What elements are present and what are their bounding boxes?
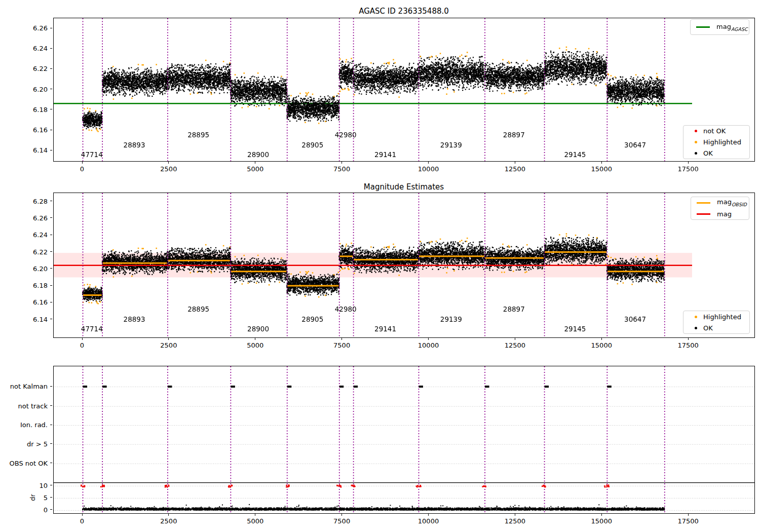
- x-tick-label: 2500: [160, 517, 177, 525]
- y-tick-mark: [50, 217, 52, 218]
- x-tick-mark: [601, 162, 602, 164]
- obsid-label: 29141: [374, 325, 396, 333]
- x-tick-label: 12500: [505, 165, 525, 173]
- top-plot-title: AGASC ID 236335488.0: [359, 7, 449, 16]
- black-dot-swatch: [695, 152, 697, 155]
- legend-item-highlighted: Highlighted: [683, 137, 749, 148]
- legend-top-points: not OK Highlighted OK: [683, 125, 750, 159]
- orange-line-swatch: [697, 202, 710, 204]
- x-tick-mark: [515, 514, 515, 516]
- x-tick-label: 10000: [418, 165, 439, 173]
- flag-row-tick-mark: [50, 463, 52, 463]
- x-tick-mark: [168, 514, 169, 516]
- middle-plot-canvas: [54, 193, 754, 337]
- legend-item-ok: OK: [683, 147, 749, 159]
- dr-tick-label: 0: [44, 506, 48, 513]
- x-tick-label: 15000: [591, 165, 612, 173]
- y-tick-label: 6.14: [33, 146, 48, 154]
- x-tick-mark: [82, 514, 83, 516]
- x-tick-mark: [168, 162, 169, 164]
- y-tick-mark: [50, 130, 52, 130]
- dr-tick-mark: [50, 509, 52, 510]
- y-tick-mark: [50, 28, 52, 28]
- y-tick-label: 6.16: [33, 126, 48, 134]
- orange-dot-swatch: [695, 141, 697, 143]
- y-tick-mark: [50, 285, 52, 286]
- y-tick-label: 6.14: [33, 315, 48, 323]
- flag-row-tick-mark: [50, 386, 52, 387]
- orange-dot-swatch: [695, 316, 697, 318]
- x-tick-mark: [341, 338, 342, 340]
- black-dot-swatch: [695, 327, 697, 329]
- y-tick-mark: [50, 150, 52, 150]
- x-tick-label: 15000: [591, 341, 612, 349]
- obsid-label: 28895: [187, 305, 209, 313]
- obsid-label: 30647: [624, 315, 646, 323]
- obsid-label: 47714: [81, 325, 103, 333]
- legend-item-not-ok: not OK: [683, 126, 749, 137]
- flag-row-label: not Kalman: [10, 383, 48, 390]
- legend-label-ok: OK: [703, 149, 713, 157]
- flag-row-label: OBS not OK: [10, 459, 48, 467]
- x-tick-mark: [168, 338, 169, 340]
- x-tick-label: 15000: [591, 517, 612, 525]
- obsid-label: 28900: [247, 150, 269, 159]
- flag-row-label: not track: [18, 402, 48, 409]
- dr-tick-label: 10: [39, 481, 48, 489]
- bottom-plot-canvas: [54, 366, 754, 513]
- y-tick-label: 6.24: [33, 45, 48, 52]
- x-tick-label: 17500: [677, 517, 698, 525]
- y-tick-label: 6.22: [33, 248, 48, 255]
- flag-row-tick-mark: [50, 443, 52, 444]
- flag-row-tick-mark: [50, 405, 52, 406]
- y-tick-label: 6.24: [33, 231, 48, 239]
- green-line-swatch: [696, 26, 710, 28]
- x-tick-label: 7500: [333, 341, 350, 349]
- dr-axis-label: dr: [29, 494, 36, 501]
- y-tick-mark: [50, 251, 52, 252]
- x-tick-label: 0: [80, 165, 84, 173]
- y-tick-mark: [50, 48, 52, 49]
- legend-label-ok-mid: OK: [703, 324, 713, 332]
- x-tick-mark: [428, 338, 429, 340]
- x-tick-mark: [255, 514, 255, 516]
- dr-tick-mark: [50, 497, 52, 498]
- flag-row-label: Ion. rad.: [20, 421, 48, 429]
- x-tick-mark: [601, 338, 602, 340]
- x-tick-label: 5000: [247, 165, 263, 173]
- legend-label-mag: mag: [717, 210, 732, 218]
- x-tick-mark: [82, 162, 83, 164]
- y-tick-mark: [50, 235, 52, 235]
- x-tick-label: 10000: [418, 341, 439, 349]
- obsid-label: 28905: [301, 141, 323, 149]
- obsid-label: 29139: [440, 315, 462, 323]
- x-tick-mark: [601, 514, 602, 516]
- legend-item-ok-mid: OK: [683, 322, 749, 333]
- legend-middle-points: Highlighted OK: [683, 311, 750, 334]
- x-tick-label: 2500: [160, 341, 177, 349]
- y-tick-mark: [50, 89, 52, 89]
- legend-item-mag: mag: [691, 208, 749, 219]
- x-tick-mark: [255, 162, 255, 164]
- flag-row-label: dr > 5: [27, 440, 48, 447]
- x-tick-mark: [688, 338, 689, 340]
- legend-label-mag-agasc: magAGASC: [716, 23, 748, 32]
- legend-label-not-ok: not OK: [703, 127, 726, 135]
- x-tick-mark: [515, 162, 515, 164]
- x-tick-label: 5000: [247, 341, 263, 349]
- middle-plot-title: Magnitude Estimates: [364, 182, 444, 192]
- y-tick-mark: [50, 109, 52, 109]
- legend-label-mag-obsid: magOBSID: [717, 198, 747, 207]
- dr-tick-mark: [50, 485, 52, 485]
- obsid-label: 29139: [440, 141, 462, 149]
- legend-item-highlighted-mid: Highlighted: [683, 311, 749, 322]
- y-tick-label: 6.18: [33, 105, 48, 113]
- obsid-label: 42980: [335, 305, 357, 313]
- x-tick-mark: [82, 338, 83, 340]
- middle-plot-axes: [53, 193, 755, 338]
- x-tick-label: 12500: [505, 341, 525, 349]
- legend-item-mag-obsid: magOBSID: [691, 197, 749, 208]
- obsid-label: 28900: [247, 325, 269, 333]
- flag-row-tick-mark: [50, 425, 52, 425]
- y-tick-label: 6.20: [33, 264, 48, 272]
